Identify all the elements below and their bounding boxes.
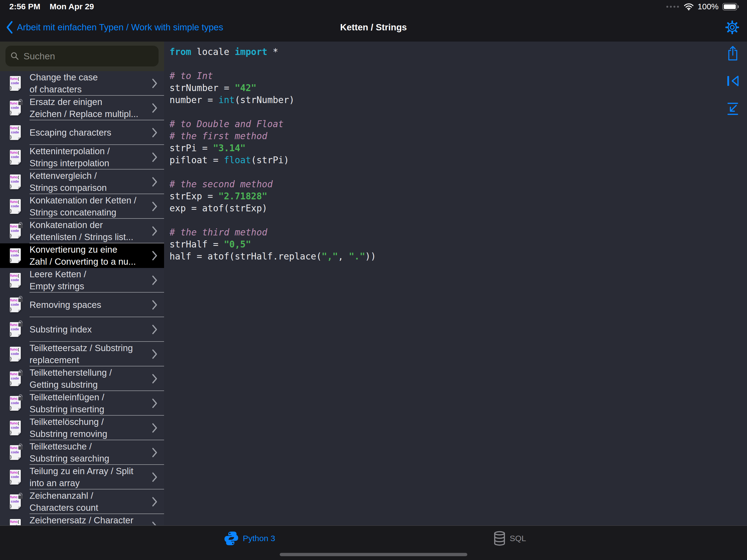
svg-text:}: } <box>10 479 12 484</box>
chevron-right-icon <box>152 177 157 187</box>
sidebar-item-title: Teilkettesuche /Substring searching <box>29 440 129 464</box>
collapse-button[interactable] <box>726 101 740 117</box>
svg-text:}: } <box>10 356 12 361</box>
sidebar-item[interactable]: func{ code } Leere Ketten /Empty strings <box>0 268 164 292</box>
code-block: from locale import * # to IntstrNumber =… <box>164 42 747 262</box>
skip-to-start-button[interactable] <box>726 73 740 88</box>
sidebar-item-title: Teilkettelöschung /Substring removing <box>29 416 126 440</box>
sidebar-item[interactable]: func code } Teilkettesuche /Substring se… <box>0 440 164 465</box>
svg-text:}: } <box>10 110 12 114</box>
code-line: from locale import * <box>170 46 747 58</box>
svg-text:code: code <box>11 500 19 503</box>
chevron-right-icon <box>152 325 157 334</box>
sidebar-item[interactable]: func code } Konkatenation derKettenliste… <box>0 219 164 244</box>
sidebar-item-title: Konkatenation derKettenlisten / Strings … <box>29 219 153 243</box>
sidebar-item-label: Teilketteherstellung / <box>29 367 112 379</box>
sidebar-item[interactable]: func code } Substring index <box>0 317 164 342</box>
chevron-right-icon <box>152 399 157 408</box>
svg-text:code: code <box>11 155 19 159</box>
settings-button[interactable] <box>725 20 739 34</box>
svg-text:}: } <box>10 258 12 262</box>
code-area[interactable]: from locale import * # to IntstrNumber =… <box>164 42 747 525</box>
svg-text:code: code <box>11 81 19 85</box>
database-icon <box>493 531 506 546</box>
sidebar-item[interactable]: func code } Teilketteherstellung /Gettin… <box>0 366 164 391</box>
search-bar <box>0 42 164 71</box>
sidebar-item[interactable]: func{ code } Konkatenation der Ketten /S… <box>0 194 164 219</box>
chevron-right-icon <box>152 374 157 384</box>
svg-text:code: code <box>11 303 19 307</box>
svg-text:}: } <box>10 233 12 238</box>
svg-text:}: } <box>10 282 12 287</box>
sidebar-list[interactable]: func{ code } Change the caseof character… <box>0 71 164 525</box>
tab-python3[interactable]: Python 3 <box>224 528 275 549</box>
function-code-icon: func code } <box>9 297 22 313</box>
code-line: number = int(strNumber) <box>170 94 747 106</box>
chevron-right-icon <box>152 521 157 525</box>
svg-text:func: func <box>10 323 18 327</box>
svg-text:code: code <box>11 352 19 356</box>
svg-text:}: } <box>10 381 12 385</box>
sidebar-item-title: Zeichenanzahl /Characters count <box>29 490 117 514</box>
sidebar-item[interactable]: func code } Removing spaces <box>0 292 164 317</box>
svg-text:code: code <box>11 475 19 479</box>
sidebar-item-label: Strings comparison <box>29 182 107 194</box>
sidebar-item-label: Getting substring <box>29 379 112 391</box>
svg-text:}: } <box>10 135 12 139</box>
sidebar-item[interactable]: func code } Teilketteleinfügen /Substrin… <box>0 391 164 416</box>
svg-text:}: } <box>10 209 12 213</box>
function-code-icon: func{ code } <box>9 75 22 91</box>
search-field[interactable] <box>5 46 159 67</box>
svg-text:code: code <box>11 253 19 257</box>
function-code-icon: func{ code } <box>9 346 22 362</box>
home-indicator[interactable] <box>280 553 467 556</box>
function-code-icon: func code } <box>9 223 22 239</box>
function-code-icon: func{ code } <box>9 174 22 190</box>
svg-text:func: func <box>10 101 18 105</box>
sidebar-item[interactable]: func{ code } Teilung zu ein Array / Spli… <box>0 465 164 489</box>
search-input[interactable] <box>23 51 154 62</box>
tab-sql[interactable]: SQL <box>493 528 526 549</box>
svg-text:code: code <box>11 229 19 233</box>
sidebar-item-label: of characters <box>29 83 98 96</box>
lock-icon <box>18 296 24 303</box>
sidebar-item[interactable]: func{ code } Escaping characters <box>0 120 164 145</box>
sidebar-item-label: Konkatenation der Ketten / <box>29 195 136 206</box>
chevron-right-icon <box>152 78 157 88</box>
share-button[interactable] <box>726 45 740 61</box>
sidebar-item-title: Teilketteersatz / Substringreplacement <box>29 342 152 366</box>
sidebar-item-label: Leere Ketten / <box>29 268 86 280</box>
sidebar-item[interactable]: func{ code } Kettenvergleich /Strings co… <box>0 170 164 194</box>
sidebar-item[interactable]: func{ code } Konvertierung zu eineZahl /… <box>0 244 164 268</box>
battery-icon <box>722 3 737 10</box>
sidebar-item[interactable]: func{ code } Teilketteersatz / Substring… <box>0 342 164 366</box>
code-line: strNumber = "42" <box>170 82 747 94</box>
svg-text:func{: func{ <box>10 150 19 154</box>
sidebar-item-label: Removing spaces <box>29 299 101 311</box>
back-button[interactable]: Arbeit mit einfachen Typen / Work with s… <box>6 21 223 34</box>
sidebar-item-label: Empty strings <box>29 280 86 292</box>
svg-text:code: code <box>11 278 19 282</box>
svg-text:func{: func{ <box>10 77 19 81</box>
sidebar-item[interactable]: func{ code } Teilkettelöschung /Substrin… <box>0 416 164 440</box>
tab-sql-label: SQL <box>510 534 526 543</box>
code-line <box>170 106 747 118</box>
svg-text:code: code <box>11 180 19 183</box>
sidebar-item[interactable]: func{ code } Change the caseof character… <box>0 71 164 96</box>
code-line: strPi = "3.14" <box>170 142 747 154</box>
sidebar-item-title: Teilketteherstellung /Getting substring <box>29 367 131 391</box>
code-line: strExp = "2.71828" <box>170 190 747 202</box>
sidebar-item-title: Konkatenation der Ketten /Strings concat… <box>29 195 156 219</box>
sidebar-item[interactable]: func{ code } Ketteninterpolation /String… <box>0 145 164 170</box>
svg-text:code: code <box>11 130 19 134</box>
svg-text:code: code <box>11 401 19 405</box>
sidebar-item-title: Escaping characters <box>29 127 130 138</box>
svg-text:}: } <box>10 85 12 90</box>
svg-text:code: code <box>11 377 19 380</box>
code-line <box>170 58 747 70</box>
svg-text:func: func <box>10 298 18 302</box>
sidebar-item[interactable]: func{ code } Zeichenersatz / Character <box>0 514 164 525</box>
sidebar-item[interactable]: func code } Ersatz der einigenZeichen / … <box>0 96 164 120</box>
sidebar-item[interactable]: func code } Zeichenanzahl /Characters co… <box>0 489 164 514</box>
sidebar-item-label: Zeichenanzahl / <box>29 490 98 502</box>
